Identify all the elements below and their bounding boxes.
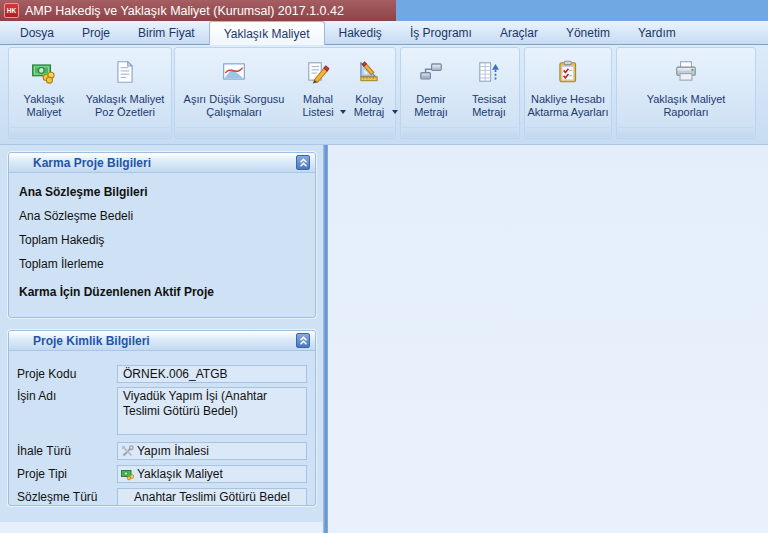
asiri-dusuk-sorgusu-button[interactable]: Aşırı Düşük Sorgusu Çalışmaları	[175, 50, 293, 128]
panel-header: Karma Proje Bilgileri	[9, 153, 315, 173]
kolay-metraj-button[interactable]: Kolay Metraj	[343, 50, 395, 128]
grid-arrow-icon	[476, 54, 502, 90]
menu-proje[interactable]: Proje	[68, 21, 124, 44]
tesisat-metraji-button[interactable]: Tesisat Metrajı	[460, 50, 518, 128]
window-title: AMP Hakediş ve Yaklaşık Maliyet (Kurumsa…	[25, 4, 344, 18]
ribbon-button-label: Kolay Metraj	[343, 93, 395, 119]
ihale-turu-value: Yapım İhalesi	[137, 444, 209, 458]
menu-bar: Dosya Proje Birim Fiyat Yaklaşık Maliyet…	[0, 21, 768, 45]
double-chevron-up-icon	[299, 158, 308, 168]
isin-adi-textarea[interactable]: Viyadük Yapım İşi (Anahtar Teslimi Götür…	[117, 387, 307, 435]
ribbon-button-label: Tesisat Metrajı	[460, 93, 518, 119]
set-square-icon	[356, 54, 382, 90]
sozlesme-turu-row: Sözleşme Türü Anahtar Teslimi Götürü Bed…	[17, 488, 307, 506]
proje-tipi-row: Proje Tipi Yaklaşık Maliyet	[17, 465, 307, 483]
menu-is-programi[interactable]: İş Programı	[396, 21, 486, 44]
tools-icon	[121, 445, 134, 458]
left-region-footer	[0, 522, 323, 533]
proje-tipi-field[interactable]: Yaklaşık Maliyet	[117, 465, 307, 483]
menu-dosya[interactable]: Dosya	[6, 21, 68, 44]
ribbon-toolbar: Yaklaşık Maliyet Yaklaşık Maliyet Poz Öz…	[0, 45, 768, 145]
panel-title: Proje Kimlik Bilgileri	[33, 334, 150, 348]
note-pencil-icon	[305, 54, 331, 90]
proje-tipi-label: Proje Tipi	[17, 465, 117, 481]
ribbon-group-raporlar: Yaklaşık Maliyet Raporları	[616, 47, 756, 139]
isin-adi-row: İşin Adı Viyadük Yapım İşi (Anahtar Tesl…	[17, 387, 307, 435]
ribbon-button-label: Yaklaşık Maliyet Poz Özetleri	[79, 93, 171, 119]
money-small-icon	[121, 468, 134, 481]
clipboard-check-icon	[555, 54, 581, 90]
demir-metraji-button[interactable]: Demir Metrajı	[402, 50, 460, 128]
karma-item-toplam-ilerleme: Toplam İlerleme	[19, 257, 307, 271]
left-panel-region: Karma Proje Bilgileri Ana Sözleşme Bilgi…	[0, 145, 323, 533]
ribbon-group-yaklasik-maliyet: Yaklaşık Maliyet Yaklaşık Maliyet Poz Öz…	[8, 47, 172, 139]
karma-item-ana-sozlesme-bilgileri: Ana Sözleşme Bilgileri	[19, 185, 307, 199]
nakliye-hesabi-aktarma-ayarlari-button[interactable]: Nakliye Hesabı Aktarma Ayarları	[525, 50, 611, 128]
menu-yaklasik-maliyet[interactable]: Yaklaşık Maliyet	[209, 21, 325, 45]
money-icon	[31, 54, 57, 90]
ribbon-button-label: Demir Metrajı	[402, 93, 460, 119]
karma-item-ana-sozlesme-bedeli: Ana Sözleşme Bedeli	[19, 209, 307, 223]
chevron-down-icon	[392, 110, 398, 114]
karma-panel-body: Ana Sözleşme Bilgileri Ana Sözleşme Bede…	[9, 173, 315, 299]
ribbon-button-label: Mahal Listesi	[293, 93, 343, 119]
panel-header: Proje Kimlik Bilgileri	[9, 331, 315, 351]
sozlesme-turu-field[interactable]: Anahtar Teslimi Götürü Bedel	[117, 488, 307, 506]
app-icon: HK	[4, 3, 19, 18]
proje-tipi-value: Yaklaşık Maliyet	[137, 467, 223, 481]
ribbon-group-metraj: Aşırı Düşük Sorgusu Çalışmaları Mahal Li…	[174, 47, 396, 139]
ihale-turu-label: İhale Türü	[17, 442, 117, 458]
yaklasik-maliyet-poz-ozetleri-button[interactable]: Yaklaşık Maliyet Poz Özetleri	[79, 50, 171, 128]
proje-kodu-input[interactable]	[117, 365, 307, 383]
proje-kodu-row: Proje Kodu	[17, 365, 307, 383]
document-icon	[112, 54, 138, 90]
ribbon-button-label: Aşırı Düşük Sorgusu Çalışmaları	[175, 93, 293, 119]
collapse-panel-button[interactable]	[296, 333, 310, 348]
kimlik-panel-body: Proje Kodu İşin Adı Viyadük Yapım İşi (A…	[9, 351, 315, 506]
isin-adi-label: İşin Adı	[17, 387, 117, 403]
karma-proje-bilgileri-panel: Karma Proje Bilgileri Ana Sözleşme Bilgi…	[8, 152, 316, 318]
title-bar: HK AMP Hakediş ve Yaklaşık Maliyet (Kuru…	[0, 0, 768, 21]
mahal-listesi-button[interactable]: Mahal Listesi	[293, 50, 343, 128]
menu-hakedis[interactable]: Hakediş	[325, 21, 396, 44]
menu-yardim[interactable]: Yardım	[624, 21, 690, 44]
ribbon-button-label: Yaklaşık Maliyet Raporları	[626, 93, 746, 119]
collapse-panel-button[interactable]	[296, 155, 310, 170]
ihale-turu-row: İhale Türü Yapım İhalesi	[17, 442, 307, 460]
menu-araclar[interactable]: Araçlar	[486, 21, 552, 44]
proje-kimlik-bilgileri-panel: Proje Kimlik Bilgileri Proje Kodu İşin A…	[8, 330, 316, 506]
yaklasik-maliyet-raporlari-button[interactable]: Yaklaşık Maliyet Raporları	[626, 50, 746, 128]
double-chevron-up-icon	[299, 336, 308, 346]
ribbon-group-nakliye: Nakliye Hesabı Aktarma Ayarları	[524, 47, 612, 139]
ribbon-button-label: Yaklaşık Maliyet	[9, 93, 79, 119]
rebar-shapes-icon	[418, 54, 444, 90]
menu-birim-fiyat[interactable]: Birim Fiyat	[124, 21, 209, 44]
yaklasik-maliyet-button[interactable]: Yaklaşık Maliyet	[9, 50, 79, 128]
content-area: Karma Proje Bilgileri Ana Sözleşme Bilgi…	[0, 145, 768, 533]
sozlesme-turu-value: Anahtar Teslimi Götürü Bedel	[134, 490, 290, 504]
ribbon-group-demir-tesisat: Demir Metrajı Tesisat Metrajı	[400, 47, 520, 139]
ihale-turu-field[interactable]: Yapım İhalesi	[117, 442, 307, 460]
proje-kodu-label: Proje Kodu	[17, 365, 117, 381]
karma-item-aktif-proje: Karma İçin Düzenlenen Aktif Proje	[19, 285, 307, 299]
ribbon-button-label: Nakliye Hesabı Aktarma Ayarları	[525, 93, 611, 119]
panel-title: Karma Proje Bilgileri	[33, 156, 151, 170]
chart-picture-icon	[221, 54, 247, 90]
title-bar-app-area: HK AMP Hakediş ve Yaklaşık Maliyet (Kuru…	[0, 0, 396, 21]
printer-icon	[673, 54, 699, 90]
menu-yonetim[interactable]: Yönetim	[552, 21, 624, 44]
main-empty-area	[328, 145, 768, 533]
karma-item-toplam-hakedis: Toplam Hakediş	[19, 233, 307, 247]
sozlesme-turu-label: Sözleşme Türü	[17, 488, 117, 504]
